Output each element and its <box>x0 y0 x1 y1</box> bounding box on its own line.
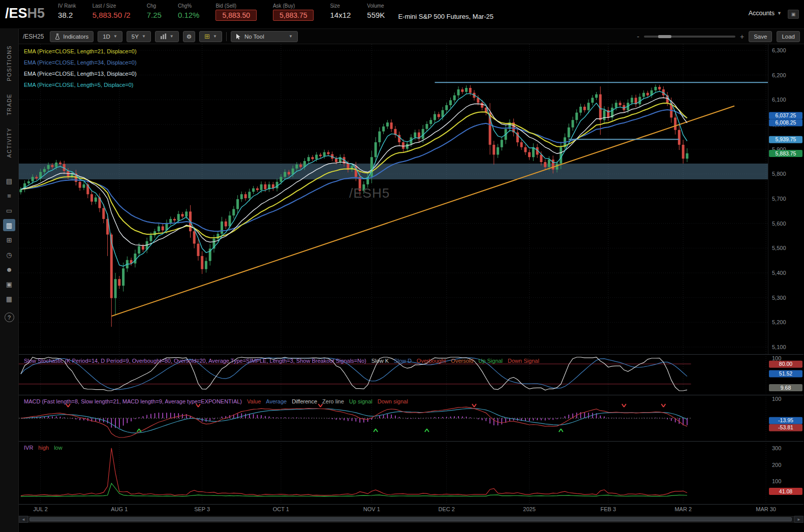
up-signal-arrow <box>559 429 563 432</box>
timeframe-value: 1D <box>103 34 110 40</box>
scroll-left-icon[interactable]: ◄ <box>19 516 28 523</box>
sidebar-tab-positions[interactable]: POSITIONS <box>6 45 12 81</box>
price-tick: 5,500 <box>772 245 786 251</box>
time-axis-label: NOV 1 <box>356 506 387 512</box>
chart-icon[interactable]: ▥ <box>3 219 15 231</box>
header-field-last-size-label: Last / Size <box>92 3 116 9</box>
indicators-button[interactable]: Indicators <box>50 31 94 42</box>
timeframe-dropdown[interactable]: 1D▼ <box>98 31 122 42</box>
svg-text:6,037.25: 6,037.25 <box>776 112 796 118</box>
svg-text:100: 100 <box>772 396 781 402</box>
time-axis: JUL 2AUG 1SEP 3OCT 1NOV 1DEC 22025FEB 3M… <box>19 505 803 515</box>
layout-icon[interactable]: ▣ <box>788 10 799 19</box>
instrument-name: E-mini S&P 500 Futures, Mar-25 <box>398 13 493 20</box>
price-tick: 5,700 <box>772 196 786 202</box>
svg-text:6,008.25: 6,008.25 <box>776 119 796 126</box>
ivr-panel[interactable]: 30020010041.08 <box>19 441 803 505</box>
header-field-last-size-value: 5,883.50 /2 <box>92 11 131 19</box>
axis-value-bubble: 5,939.75 <box>769 136 802 143</box>
clock-icon[interactable]: ◷ <box>3 248 15 261</box>
zoom-slider[interactable] <box>644 36 735 38</box>
axis-value-bubble: 41.08 <box>769 488 802 495</box>
range-value: 5Y <box>132 34 139 40</box>
header-field-ask-buy--value: 5,883.75 <box>273 10 314 21</box>
svg-text:300: 300 <box>772 445 781 451</box>
time-axis-label: MAR 30 <box>751 506 781 512</box>
left-sidebar: POSITIONSTRADEACTIVITY ▤≡▭▥⊞◷☻▣▦? <box>0 29 19 532</box>
fx-icon[interactable]: ▦ <box>3 293 15 305</box>
macd-panel[interactable]: 100-13.95-53.81 <box>19 395 803 441</box>
monitor-icon[interactable]: ▭ <box>3 204 15 216</box>
down-signal-arrow <box>196 404 200 407</box>
list-icon[interactable]: ≡ <box>3 190 15 202</box>
time-axis-label: JUL 2 <box>25 506 56 512</box>
price-tick: 5,100 <box>772 344 786 350</box>
svg-text:-13.95: -13.95 <box>778 417 793 423</box>
down-signal-arrow <box>66 404 70 407</box>
chart-region: 5,1005,2005,3005,4005,5005,6005,7005,800… <box>19 44 803 523</box>
box-icon[interactable]: ▣ <box>3 278 15 290</box>
chevron-down-icon: ▼ <box>170 34 174 39</box>
header-field-volume-label: Volume <box>367 3 384 9</box>
scroll-thumb[interactable] <box>29 517 792 521</box>
sidebar-tab-trade[interactable]: TRADE <box>6 93 12 115</box>
down-signal-arrow <box>661 404 665 407</box>
svg-text:-53.81: -53.81 <box>778 424 793 430</box>
chevron-down-icon: ▼ <box>213 34 217 39</box>
sidebar-tab-activity[interactable]: ACTIVITY <box>6 128 12 158</box>
svg-text:80.00: 80.00 <box>779 361 792 367</box>
price-tick: 6,100 <box>772 97 786 103</box>
zoom-out-button[interactable]: - <box>637 33 639 41</box>
accounts-dropdown[interactable]: Accounts▼ <box>749 10 782 17</box>
svg-text:100: 100 <box>772 355 781 361</box>
chevron-down-icon: ▼ <box>142 34 146 39</box>
grid-style-dropdown[interactable]: ⊞▼ <box>199 31 222 42</box>
axis-value-bubble: 6,037.25 <box>769 112 802 119</box>
accounts-label: Accounts <box>749 10 775 17</box>
people-icon[interactable]: ☻ <box>3 263 15 275</box>
quote-fields: IV Rank38.2Last / Size5,883.50 /2Chg7.25… <box>58 3 385 21</box>
symbol-root: /ES <box>5 6 27 21</box>
slow-k-line <box>21 357 687 391</box>
header-field-bid-sell--value: 5,883.50 <box>215 10 257 21</box>
header-field-bid-sell-[interactable]: Bid (Sell)5,883.50 <box>215 3 257 21</box>
header-field-size: Size14x12 <box>330 3 351 21</box>
axis-value-bubble: 80.00 <box>769 361 802 368</box>
save-button[interactable]: Save <box>749 31 772 42</box>
grid-icon[interactable]: ⊞ <box>3 234 15 246</box>
axis-value-bubble: 6,008.25 <box>769 119 802 127</box>
help-icon[interactable]: ? <box>5 312 14 322</box>
range-dropdown[interactable]: 5Y▼ <box>127 31 151 42</box>
time-axis-label: OCT 1 <box>266 506 296 512</box>
scroll-track[interactable] <box>28 516 794 522</box>
header-field-bid-sell--label: Bid (Sell) <box>215 3 236 9</box>
chart-settings-gear-icon[interactable]: ⚙ <box>183 31 195 42</box>
tool-label: No Tool <box>244 34 264 40</box>
stochastic-panel[interactable]: 10080.0051.529.68 <box>19 354 803 395</box>
axis-value-bubble: 51.52 <box>769 370 802 378</box>
toolbar-separator <box>226 32 227 41</box>
header-field-chg: Chg7.25 <box>147 3 162 21</box>
header-field-chg--value: 0.12% <box>178 11 200 19</box>
chart-scrollbar[interactable]: ◄ ► <box>19 516 803 523</box>
ivr-high-line <box>21 448 687 496</box>
zoom-in-button[interactable]: + <box>740 33 744 41</box>
header-field-size-value: 14x12 <box>330 11 351 19</box>
load-button[interactable]: Load <box>777 31 800 42</box>
down-signal-arrow <box>319 404 323 407</box>
header-field-ask-buy-[interactable]: Ask (Buy)5,883.75 <box>273 3 314 21</box>
price-tick: 5,600 <box>772 221 786 227</box>
zoom-slider-thumb[interactable] <box>658 35 671 38</box>
svg-text:51.52: 51.52 <box>779 370 792 377</box>
chart-type-dropdown[interactable]: ▼ <box>155 31 179 42</box>
header-field-size-label: Size <box>330 3 339 9</box>
axis-value-bubble: 9.68 <box>769 384 802 391</box>
quote-header: /ESH5 IV Rank38.2Last / Size5,883.50 /2C… <box>0 0 804 29</box>
time-axis-label: SEP 3 <box>187 506 218 512</box>
price-tick: 5,400 <box>772 270 786 276</box>
scroll-right-icon[interactable]: ► <box>794 516 803 523</box>
drawing-tool-dropdown[interactable]: No Tool ▼ <box>231 31 298 42</box>
price-chart[interactable]: 5,1005,2005,3005,4005,5005,6005,7005,800… <box>19 44 803 354</box>
price-tick: 5,300 <box>772 295 786 301</box>
calendar-icon[interactable]: ▤ <box>3 175 15 187</box>
